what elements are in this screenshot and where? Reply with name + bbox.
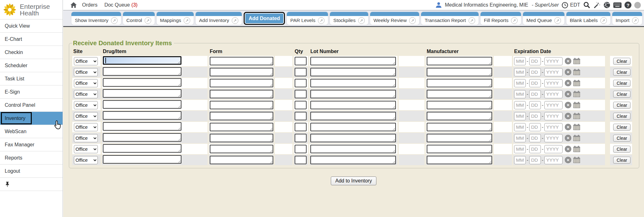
clear-row-button[interactable]: Clear: [613, 80, 630, 87]
site-select[interactable]: Office: [74, 101, 98, 109]
manufacturer-input[interactable]: [427, 90, 492, 98]
clear-date-icon[interactable]: ✕: [565, 124, 571, 130]
clear-date-icon[interactable]: ✕: [565, 69, 571, 75]
calendar-icon[interactable]: [573, 157, 580, 163]
manufacturer-input[interactable]: [427, 68, 492, 76]
drug-item-input[interactable]: [103, 122, 181, 131]
expiration-month-input[interactable]: [514, 68, 526, 76]
calendar-icon[interactable]: [573, 58, 580, 64]
expiration-month-input[interactable]: [514, 79, 526, 87]
open-in-new-arrow-icon[interactable]: ↗: [600, 17, 607, 24]
form-input[interactable]: [210, 134, 273, 142]
lot-number-input[interactable]: [310, 79, 396, 87]
tab-weekly-review[interactable]: Weekly Review ↗: [370, 12, 419, 25]
open-in-new-arrow-icon[interactable]: ↗: [184, 17, 190, 24]
calendar-icon[interactable]: [573, 135, 580, 141]
tab-med-queue[interactable]: Med Queue ↗: [523, 12, 564, 25]
sidebar-item-scheduler[interactable]: Scheduler: [0, 59, 63, 72]
drug-item-input[interactable]: [103, 144, 181, 153]
expiration-month-input[interactable]: [514, 156, 526, 164]
clear-row-button[interactable]: Clear: [613, 58, 630, 65]
qty-input[interactable]: [295, 79, 307, 87]
tab-import[interactable]: Import ↗: [612, 12, 642, 25]
site-select[interactable]: Office: [74, 68, 98, 76]
open-in-new-arrow-icon[interactable]: ↗: [232, 17, 238, 24]
drug-item-input[interactable]: [103, 100, 181, 109]
qty-input[interactable]: [295, 123, 307, 131]
site-select[interactable]: Office: [74, 112, 98, 120]
expiration-day-input[interactable]: [529, 68, 541, 76]
tab-mappings[interactable]: Mappings ↗: [157, 12, 194, 25]
tab-transaction-report[interactable]: Transaction Report ↗: [421, 12, 478, 25]
qty-input[interactable]: [295, 57, 307, 65]
site-select[interactable]: Office: [74, 123, 98, 131]
clear-row-button[interactable]: Clear: [613, 102, 630, 109]
clear-date-icon[interactable]: ✕: [565, 80, 571, 86]
manufacturer-input[interactable]: [427, 145, 492, 153]
expiration-month-input[interactable]: [514, 134, 526, 142]
clear-date-icon[interactable]: ✕: [565, 102, 571, 108]
qty-input[interactable]: [295, 101, 307, 109]
site-select[interactable]: Office: [74, 79, 98, 87]
open-in-new-arrow-icon[interactable]: ↗: [111, 17, 118, 24]
lot-number-input[interactable]: [310, 156, 396, 164]
expiration-day-input[interactable]: [529, 90, 541, 98]
expiration-year-input[interactable]: [544, 101, 563, 109]
sidebar-item-logout[interactable]: Logout: [0, 165, 63, 178]
drug-item-input[interactable]: [103, 89, 181, 98]
expiration-year-input[interactable]: [544, 145, 563, 153]
calendar-icon[interactable]: [573, 102, 580, 108]
form-input[interactable]: [210, 68, 273, 76]
sidebar-item-task-list[interactable]: Task List: [0, 72, 63, 85]
drug-item-input[interactable]: [103, 111, 181, 120]
drug-item-input[interactable]: [103, 67, 181, 76]
drug-item-input[interactable]: [103, 155, 181, 164]
open-in-new-arrow-icon[interactable]: ↗: [358, 17, 365, 24]
qty-input[interactable]: [295, 68, 307, 76]
manufacturer-input[interactable]: [427, 156, 492, 164]
form-input[interactable]: [210, 156, 273, 164]
calendar-icon[interactable]: [573, 80, 580, 86]
clear-date-icon[interactable]: ✕: [565, 157, 571, 163]
expiration-year-input[interactable]: [544, 79, 563, 87]
site-select[interactable]: Office: [74, 145, 98, 153]
sidebar-item-checkin[interactable]: Checkin: [0, 46, 63, 59]
sidebar-item-e-chart[interactable]: E-Chart: [0, 33, 63, 46]
qty-input[interactable]: [295, 112, 307, 120]
expiration-month-input[interactable]: [514, 123, 526, 131]
tab-show-inventory[interactable]: Show Inventory ↗: [71, 12, 121, 25]
keyboard-icon[interactable]: [613, 2, 622, 8]
form-input[interactable]: [210, 112, 273, 120]
magic-wand-icon[interactable]: [593, 2, 601, 9]
expiration-year-input[interactable]: [544, 112, 563, 120]
clear-row-button[interactable]: Clear: [613, 135, 630, 142]
expiration-year-input[interactable]: [544, 134, 563, 142]
breadcrumb-orders[interactable]: Orders: [82, 2, 97, 8]
manufacturer-input[interactable]: [427, 101, 492, 109]
sidebar-item-fax-manager[interactable]: Fax Manager: [0, 138, 63, 151]
open-in-new-arrow-icon[interactable]: ↗: [145, 17, 151, 24]
clear-date-icon[interactable]: ✕: [565, 58, 571, 64]
manufacturer-input[interactable]: [427, 123, 492, 131]
open-in-new-arrow-icon[interactable]: ↗: [318, 17, 325, 24]
expiration-day-input[interactable]: [529, 112, 541, 120]
expiration-day-input[interactable]: [529, 145, 541, 153]
open-in-new-arrow-icon[interactable]: ↗: [409, 17, 416, 24]
site-select[interactable]: Office: [74, 90, 98, 98]
open-in-new-arrow-icon[interactable]: ↗: [554, 17, 561, 24]
form-input[interactable]: [210, 57, 273, 65]
drug-item-input[interactable]: [103, 56, 181, 65]
clear-row-button[interactable]: Clear: [613, 157, 630, 164]
clear-date-icon[interactable]: ✕: [565, 146, 571, 152]
breadcrumb-doc-queue[interactable]: Doc Queue (3): [104, 2, 138, 8]
site-select[interactable]: Office: [74, 57, 98, 65]
lot-number-input[interactable]: [310, 57, 396, 65]
clear-date-icon[interactable]: ✕: [565, 135, 571, 141]
drug-item-input[interactable]: [103, 78, 181, 87]
calendar-icon[interactable]: [573, 113, 580, 119]
expiration-day-input[interactable]: [529, 134, 541, 142]
expiration-month-input[interactable]: [514, 101, 526, 109]
form-input[interactable]: [210, 79, 273, 87]
expiration-day-input[interactable]: [529, 101, 541, 109]
qty-input[interactable]: [295, 134, 307, 142]
